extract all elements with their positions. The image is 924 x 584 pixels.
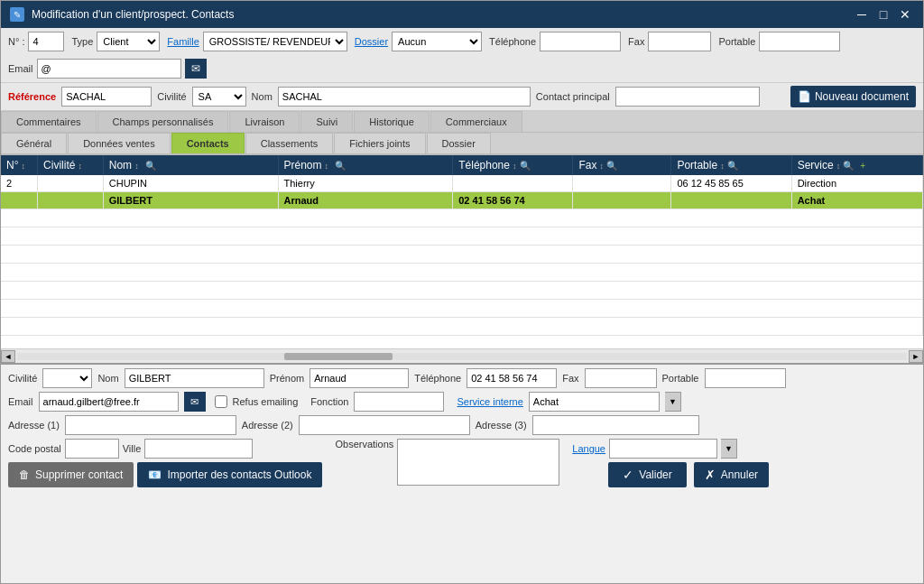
- email-send-button[interactable]: ✉: [185, 59, 207, 79]
- validate-cancel-row: ✓ Valider ✗ Annuler: [572, 462, 769, 487]
- bf-service-interne-label[interactable]: Service interne: [457, 396, 522, 407]
- bf-adresse3-input[interactable]: [532, 415, 699, 435]
- type-select[interactable]: Client: [97, 32, 160, 51]
- contact-principal-label: Contact principal: [536, 91, 610, 102]
- table-row-empty: [1, 264, 923, 282]
- tab-commentaires[interactable]: Commentaires: [1, 111, 97, 132]
- telephone-input[interactable]: [540, 32, 621, 51]
- famille-field-group: Famille GROSSISTE/ REVENDEUR: [167, 32, 346, 51]
- supprimer-contact-button[interactable]: 🗑 Supprimer contact: [8, 462, 134, 487]
- dossier-select[interactable]: Aucun: [392, 32, 482, 51]
- famille-label[interactable]: Famille: [167, 36, 199, 47]
- importer-outlook-button[interactable]: 📧 Importer des contacts Outlook: [137, 462, 322, 487]
- bf-prenom-input[interactable]: [310, 368, 409, 388]
- bf-nom-input[interactable]: [125, 368, 264, 388]
- tab-champs-personnalises[interactable]: Champs personnalisés: [97, 111, 229, 132]
- scrollbar-track[interactable]: [17, 353, 907, 360]
- col-portable-search-icon[interactable]: 🔍: [727, 161, 738, 171]
- col-portable-sort[interactable]: ↕: [720, 162, 725, 171]
- langue-row: Langue ▼: [572, 439, 769, 459]
- title-controls: ─ □ ✕: [853, 5, 914, 23]
- tab-commerciaux[interactable]: Commerciaux: [430, 111, 522, 132]
- bf-refus-emailing-checkbox[interactable]: [215, 395, 227, 408]
- col-service-sort[interactable]: ↕: [836, 162, 841, 171]
- bf-langue-input[interactable]: [609, 439, 717, 459]
- bf-service-interne-input[interactable]: [529, 392, 660, 412]
- col-prenom-search-icon[interactable]: 🔍: [335, 161, 346, 171]
- col-fax-sort[interactable]: ↕: [600, 162, 605, 171]
- scroll-right-button[interactable]: ►: [909, 350, 923, 363]
- bf-cp-input[interactable]: [65, 439, 119, 459]
- dossier-label[interactable]: Dossier: [355, 36, 388, 47]
- bf-observations-textarea[interactable]: [397, 439, 559, 486]
- bf-email-send-button[interactable]: ✉: [184, 392, 206, 412]
- table-row[interactable]: GILBERT Arnaud 02 41 58 56 74 Achat: [1, 192, 923, 209]
- bf-adresse2-label: Adresse (2): [242, 420, 293, 431]
- bf-fax-input[interactable]: [585, 368, 657, 388]
- table-row-empty: [1, 246, 923, 264]
- no-input[interactable]: [28, 32, 64, 51]
- bf-langue-dropdown-button[interactable]: ▼: [721, 439, 737, 459]
- observations-group: Observations: [335, 439, 559, 486]
- scroll-left-button[interactable]: ◄: [1, 350, 15, 363]
- tab-general[interactable]: Général: [1, 133, 67, 153]
- annuler-button[interactable]: ✗ Annuler: [694, 462, 769, 487]
- cell-civilite: [38, 175, 104, 192]
- left-fields: Code postal Ville 🗑 Supprimer contact 📧 …: [8, 439, 322, 487]
- tab-livraison[interactable]: Livraison: [229, 111, 300, 132]
- check-icon: ✓: [623, 468, 633, 482]
- bf-service-dropdown-button[interactable]: ▼: [665, 392, 681, 412]
- tab-donnees-ventes[interactable]: Données ventes: [68, 133, 171, 153]
- bf-adresse2-input[interactable]: [299, 415, 470, 435]
- window-title: Modification d'un client/prospect. Conta…: [32, 8, 234, 21]
- reference-input[interactable]: [61, 87, 152, 107]
- maximize-button[interactable]: □: [874, 5, 892, 23]
- col-telephone-search-icon[interactable]: 🔍: [520, 161, 531, 171]
- table-scroll-area[interactable]: N° ↕ Civilité ↕ Nom ↕ 🔍: [1, 155, 923, 348]
- tab-classements[interactable]: Classements: [245, 133, 334, 153]
- col-telephone-sort[interactable]: ↕: [513, 162, 517, 171]
- col-fax-search-icon[interactable]: 🔍: [606, 161, 617, 171]
- bf-ville-input[interactable]: [144, 439, 253, 459]
- document-icon: 📄: [798, 90, 811, 103]
- bf-adresse1-input[interactable]: [65, 415, 236, 435]
- bf-email-input[interactable]: [39, 392, 179, 412]
- close-button[interactable]: ✕: [896, 5, 914, 23]
- bf-telephone-input[interactable]: [467, 368, 557, 388]
- table-row[interactable]: 2 CHUPIN Thierry 06 12 45 85 65 Directio…: [1, 175, 923, 192]
- col-nom-search-icon[interactable]: 🔍: [145, 161, 156, 171]
- table-row-empty: [1, 282, 923, 300]
- tab-dossier[interactable]: Dossier: [427, 133, 491, 153]
- civilite-select[interactable]: SA: [192, 87, 246, 107]
- tab-suivi[interactable]: Suivi: [300, 111, 353, 132]
- bf-portable-input[interactable]: [705, 368, 786, 388]
- valider-button[interactable]: ✓ Valider: [608, 462, 686, 487]
- bf-langue-label[interactable]: Langue: [572, 443, 605, 454]
- tab-historique[interactable]: Historique: [354, 111, 430, 132]
- type-label: Type: [71, 36, 93, 47]
- main-window: ✎ Modification d'un client/prospect. Con…: [0, 0, 924, 584]
- famille-select[interactable]: GROSSISTE/ REVENDEUR: [203, 32, 347, 51]
- col-no-sort[interactable]: ↕: [22, 162, 26, 171]
- col-nom-sort[interactable]: ↕: [134, 162, 139, 171]
- contact-principal-input[interactable]: [615, 87, 760, 107]
- tab-contacts[interactable]: Contacts: [171, 133, 245, 153]
- email-input[interactable]: [37, 59, 181, 79]
- horizontal-scrollbar[interactable]: ◄ ►: [1, 348, 923, 363]
- col-add-icon[interactable]: +: [860, 161, 865, 171]
- portable-input[interactable]: [759, 32, 840, 51]
- nom-input[interactable]: [278, 87, 531, 107]
- col-service-search-icon[interactable]: 🔍: [843, 161, 854, 171]
- bf-adresse3-label: Adresse (3): [476, 420, 527, 431]
- bf-civilite-select[interactable]: [42, 368, 92, 388]
- tab-fichiers-joints[interactable]: Fichiers joints: [334, 133, 425, 153]
- col-prenom: Prénom ↕ 🔍: [278, 155, 453, 175]
- fax-input[interactable]: [648, 32, 711, 51]
- minimize-button[interactable]: ─: [853, 5, 871, 23]
- bf-fonction-input[interactable]: [354, 392, 444, 412]
- telephone-field-group: Téléphone: [489, 32, 621, 51]
- col-fax: Fax ↕ 🔍: [573, 155, 671, 175]
- nouveau-document-button[interactable]: 📄 Nouveau document: [790, 86, 916, 107]
- col-civilite-sort[interactable]: ↕: [79, 162, 83, 171]
- col-prenom-sort[interactable]: ↕: [325, 162, 329, 171]
